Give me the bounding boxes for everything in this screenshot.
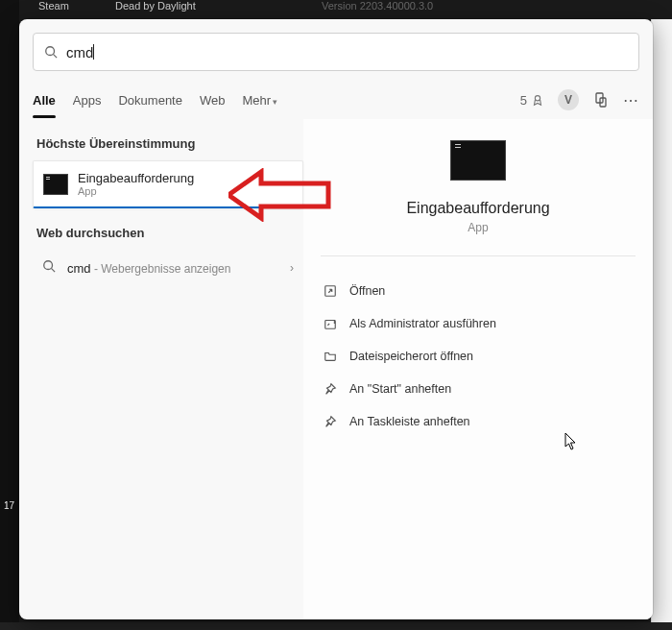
action-open-location-label: Dateispeicherort öffnen <box>349 350 473 363</box>
svg-point-5 <box>44 261 53 270</box>
shield-icon <box>323 316 338 331</box>
folder-icon <box>323 349 338 364</box>
action-open[interactable]: Öffnen <box>321 278 636 304</box>
action-pin-taskbar[interactable]: An Taskleiste anheften <box>321 408 636 435</box>
svg-point-2 <box>535 96 540 101</box>
more-options-icon[interactable]: ⋯ <box>623 91 639 109</box>
search-box[interactable]: cmd <box>33 33 639 71</box>
action-pin-start[interactable]: An "Start" anheften <box>321 376 636 402</box>
chevron-down-icon: ▾ <box>273 97 277 107</box>
tab-more-label: Mehr <box>242 93 271 108</box>
background-taskbar <box>0 622 672 630</box>
background-left-strip <box>0 0 19 630</box>
preview-actions: Öffnen Als Administrator ausführen Datei… <box>321 278 636 435</box>
background-top: Steam Dead by Daylight Version 2203.4000… <box>0 0 672 19</box>
rewards-points[interactable]: 5 <box>520 93 544 108</box>
svg-rect-8 <box>325 321 336 329</box>
background-document-strip <box>651 19 672 630</box>
search-input-value: cmd <box>66 44 93 61</box>
preview-type: App <box>321 221 636 234</box>
action-open-location[interactable]: Dateispeicherort öffnen <box>321 343 636 370</box>
best-match-header: Höchste Übereinstimmung <box>36 136 303 151</box>
bg-left-number: 17 <box>4 500 14 511</box>
points-value: 5 <box>520 93 527 108</box>
divider <box>321 255 636 256</box>
bg-version: Version 2203.40000.3.0 <box>322 0 433 12</box>
preview-app-thumbnail <box>450 140 506 181</box>
phone-link-icon[interactable] <box>592 91 610 109</box>
filter-tabs: Alle Apps Dokumente Web Mehr▾ <box>33 93 277 108</box>
web-query: cmd <box>67 261 91 276</box>
medal-icon <box>531 93 544 107</box>
web-search-header: Web durchsuchen <box>36 226 303 240</box>
user-avatar[interactable]: V <box>558 89 579 110</box>
open-icon <box>323 283 338 299</box>
best-match-subtitle: App <box>78 185 194 197</box>
chevron-right-icon: › <box>290 261 294 275</box>
pin-icon <box>323 381 338 397</box>
svg-line-6 <box>52 269 56 273</box>
svg-line-1 <box>54 55 58 59</box>
tab-web[interactable]: Web <box>200 93 226 108</box>
action-run-admin[interactable]: Als Administrator ausführen <box>321 310 636 337</box>
svg-point-0 <box>46 47 55 56</box>
action-run-admin-label: Als Administrator ausführen <box>349 317 496 330</box>
action-pin-taskbar-label: An Taskleiste anheften <box>349 415 470 428</box>
preview-title: Eingabeaufforderung <box>321 200 636 217</box>
cmd-app-icon <box>43 174 68 195</box>
tab-all[interactable]: Alle <box>33 93 56 108</box>
tab-more[interactable]: Mehr▾ <box>242 93 277 108</box>
action-open-label: Öffnen <box>349 284 385 298</box>
action-pin-start-label: An "Start" anheften <box>349 382 451 396</box>
start-search-panel: cmd Alle Apps Dokumente Web Mehr▾ 5 V ⋯ <box>19 19 653 619</box>
best-match-result[interactable]: Eingabeaufforderung App <box>33 160 303 208</box>
search-icon <box>43 44 59 60</box>
tab-documents[interactable]: Dokumente <box>118 93 181 108</box>
web-search-item[interactable]: cmd - Webergebnisse anzeigen › <box>33 250 303 286</box>
best-match-title: Eingabeaufforderung <box>78 171 194 185</box>
web-subtitle: - Webergebnisse anzeigen <box>91 262 231 276</box>
search-icon <box>42 259 58 277</box>
bg-app-steam: Steam <box>38 0 69 12</box>
tab-apps[interactable]: Apps <box>73 93 102 108</box>
bg-app-dbd: Dead by Daylight <box>115 0 196 12</box>
pin-icon <box>323 414 338 429</box>
